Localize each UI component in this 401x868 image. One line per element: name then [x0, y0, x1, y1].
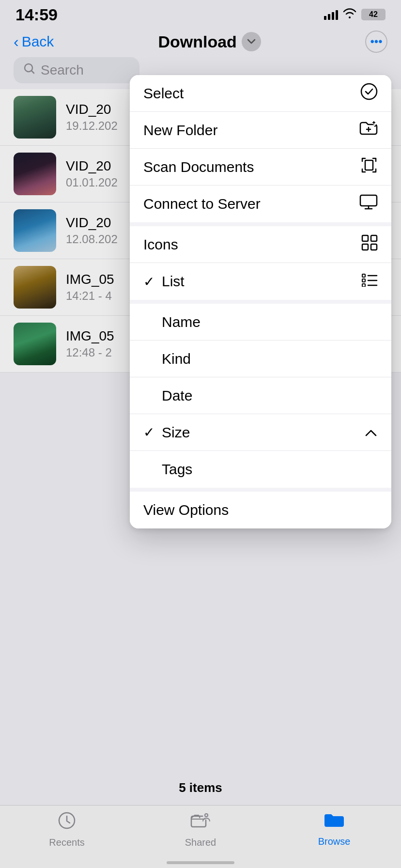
size-checkmark: ✓ — [143, 424, 157, 440]
menu-item-new-folder[interactable]: New Folder — [130, 112, 391, 149]
svg-point-1 — [361, 84, 377, 99]
svg-rect-7 — [362, 244, 368, 250]
grid-icon — [361, 234, 378, 254]
svg-rect-8 — [371, 244, 377, 250]
scan-doc-icon — [360, 156, 378, 177]
chevron-up-icon — [364, 424, 378, 441]
menu-divider-1 — [130, 222, 391, 226]
svg-rect-3 — [365, 160, 373, 170]
menu-item-view-options[interactable]: View Options — [130, 492, 391, 528]
menu-item-scan-documents[interactable]: Scan Documents — [130, 149, 391, 186]
menu-item-icons-label: Icons — [143, 236, 178, 253]
list-checkmark: ✓ — [143, 274, 157, 290]
menu-section-view-options: View Options — [130, 492, 391, 528]
menu-section-view-mode: Icons ✓ List — [130, 226, 391, 300]
menu-divider-2 — [130, 300, 391, 304]
svg-rect-9 — [362, 274, 365, 277]
menu-item-connect-label: Connect to Server — [143, 196, 261, 212]
menu-item-kind-label: Kind — [162, 351, 191, 367]
monitor-icon — [359, 194, 378, 214]
svg-rect-6 — [371, 235, 377, 241]
menu-section-sort: ✓ Name ✓ Kind ✓ Date ✓ Size — [130, 304, 391, 488]
menu-item-select-label: Select — [143, 85, 184, 102]
circle-check-icon — [360, 83, 378, 104]
menu-item-name-label: Name — [162, 314, 200, 330]
menu-item-connect-server[interactable]: Connect to Server — [130, 186, 391, 222]
svg-rect-4 — [360, 195, 377, 206]
menu-item-date[interactable]: ✓ Date — [130, 377, 391, 414]
menu-item-tags-label: Tags — [162, 461, 192, 478]
list-icon — [361, 273, 378, 290]
menu-section-actions: Select New Folder — [130, 75, 391, 222]
menu-item-icons[interactable]: Icons — [130, 226, 391, 263]
menu-item-view-options-label: View Options — [143, 502, 229, 518]
menu-item-tags[interactable]: ✓ Tags — [130, 451, 391, 488]
menu-item-scan-label: Scan Documents — [143, 159, 254, 175]
menu-item-size[interactable]: ✓ Size — [130, 414, 391, 451]
dropdown-menu: Select New Folder — [130, 75, 391, 528]
svg-rect-11 — [362, 284, 365, 287]
folder-plus-icon — [359, 121, 378, 140]
menu-item-kind[interactable]: ✓ Kind — [130, 341, 391, 377]
svg-rect-10 — [362, 279, 365, 282]
menu-item-select[interactable]: Select — [130, 75, 391, 112]
menu-item-list-label: List — [162, 273, 185, 290]
menu-divider-3 — [130, 488, 391, 492]
menu-item-date-label: Date — [162, 388, 192, 404]
menu-item-list[interactable]: ✓ List — [130, 263, 391, 300]
menu-item-name[interactable]: ✓ Name — [130, 304, 391, 341]
svg-rect-5 — [362, 235, 368, 241]
menu-item-size-label: Size — [162, 424, 190, 441]
menu-item-new-folder-label: New Folder — [143, 122, 217, 139]
